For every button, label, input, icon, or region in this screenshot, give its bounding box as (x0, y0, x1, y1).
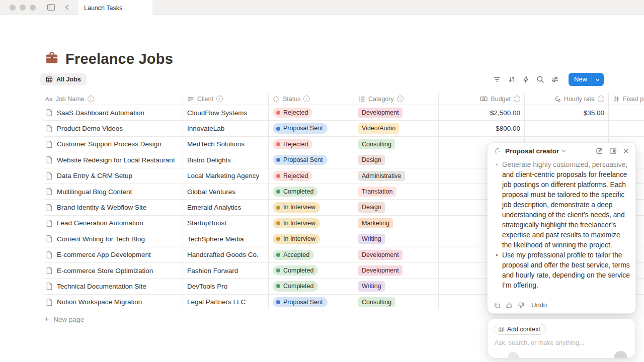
category-cell[interactable]: Consulting (354, 137, 439, 152)
budget-cell[interactable]: $2,500.00 (439, 105, 525, 120)
settings-sliders-icon[interactable] (551, 75, 559, 83)
category-tag[interactable]: Development (358, 250, 403, 260)
column-header-job-name[interactable]: AaJob Namei (44, 93, 183, 105)
new-button-label[interactable]: New (569, 73, 592, 86)
category-cell[interactable]: Design (354, 152, 439, 167)
column-header-hourly-rate[interactable]: Hourly ratei (525, 93, 609, 105)
table-row[interactable]: SaaS Dashboard AutomationCloudFlow Syste… (44, 105, 644, 121)
client-cell[interactable]: Bistro Delights (183, 152, 269, 167)
status-cell[interactable]: Completed (269, 263, 354, 278)
column-header-budget[interactable]: Budgeti (439, 93, 525, 105)
client-cell[interactable]: Legal Partners LLC (183, 295, 269, 310)
job-name-cell[interactable]: Customer Support Process Design (44, 137, 183, 152)
category-tag[interactable]: Development (358, 108, 403, 118)
status-badge[interactable]: Rejected (273, 171, 312, 181)
budget-cell[interactable]: $800.00 (439, 121, 525, 136)
column-header-status[interactable]: Statusi (269, 93, 354, 105)
category-cell[interactable]: Development (354, 247, 439, 262)
undo-button[interactable]: Undo (531, 301, 547, 309)
job-name-cell[interactable]: Data Entry & CRM Setup (44, 168, 183, 184)
status-cell[interactable]: In Interview (269, 200, 354, 215)
fixed-price-cell[interactable] (609, 121, 644, 136)
status-cell[interactable]: Rejected (269, 105, 354, 120)
ai-input-card[interactable]: @ Add context Ask, search, or make anyth… (487, 318, 636, 358)
category-tag[interactable]: Design (358, 202, 385, 212)
status-badge[interactable]: In Interview (273, 218, 320, 228)
thumbs-down-icon[interactable] (518, 302, 525, 309)
status-badge[interactable]: Completed (273, 265, 318, 276)
status-cell[interactable]: Proposal Sent (269, 295, 354, 310)
client-cell[interactable]: Handcrafted Goods Co. (183, 247, 269, 262)
client-cell[interactable]: MedTech Solutions (183, 137, 269, 152)
status-badge[interactable]: In Interview (273, 202, 320, 212)
job-name-cell[interactable]: Website Redesign for Local Restaurant (44, 152, 183, 167)
close-icon[interactable] (623, 148, 629, 154)
status-cell[interactable]: Completed (269, 279, 354, 294)
table-row[interactable]: Product Demo VideosInnovateLabProposal S… (44, 121, 644, 136)
status-badge[interactable]: In Interview (273, 234, 320, 244)
job-name-cell[interactable]: SaaS Dashboard Automation (44, 105, 183, 120)
client-cell[interactable]: StartupBoost (183, 216, 269, 231)
job-name-cell[interactable]: Multilingual Blog Content (44, 184, 183, 199)
status-badge[interactable]: Completed (273, 281, 318, 291)
job-name-cell[interactable]: Content Writing for Tech Blog (44, 231, 183, 246)
status-badge[interactable]: Completed (273, 187, 318, 197)
column-header-fixed-pr[interactable]: Fixed pr (609, 93, 644, 105)
add-context-button[interactable]: @ Add context (494, 324, 546, 335)
client-cell[interactable]: Local Marketing Agency (183, 168, 269, 184)
search-icon[interactable] (536, 75, 544, 83)
client-cell[interactable]: Emerald Analytics (183, 200, 269, 215)
briefcase-icon[interactable] (44, 50, 59, 67)
job-name-cell[interactable]: Notion Workspace Migration (44, 295, 183, 310)
category-cell[interactable]: Marketing (354, 216, 439, 231)
client-cell[interactable]: TechSphere Media (183, 231, 269, 246)
category-cell[interactable]: Writing (354, 231, 439, 246)
zoom-window-icon[interactable] (30, 5, 36, 11)
thumbs-up-icon[interactable] (506, 302, 513, 309)
status-cell[interactable]: In Interview (269, 231, 354, 246)
category-tag[interactable]: Consulting (358, 139, 395, 149)
category-tag[interactable]: Development (358, 265, 403, 276)
status-badge[interactable]: Proposal Sent (273, 155, 328, 165)
job-name-cell[interactable]: E-commerce App Development (44, 247, 183, 262)
category-cell[interactable]: Translation (354, 184, 439, 199)
job-name-cell[interactable]: Brand Identity & Webflow Site (44, 200, 183, 215)
edit-agent-icon[interactable] (596, 147, 603, 155)
job-name-cell[interactable]: Product Demo Videos (44, 121, 183, 136)
category-tag[interactable]: Video/Audio (358, 123, 399, 133)
sidebar-toggle-icon[interactable] (47, 3, 55, 12)
traffic-lights[interactable] (10, 5, 36, 11)
hourly-rate-cell[interactable] (525, 121, 609, 136)
client-cell[interactable]: DevTools Pro (183, 279, 269, 294)
category-cell[interactable]: Writing (354, 279, 439, 294)
open-side-peek-icon[interactable] (609, 147, 617, 155)
status-cell[interactable]: Rejected (269, 137, 354, 152)
status-cell[interactable]: Completed (269, 184, 354, 199)
job-name-cell[interactable]: E-commerce Store Optimization (44, 263, 183, 278)
minimize-window-icon[interactable] (20, 5, 26, 11)
category-tag[interactable]: Marketing (358, 218, 393, 228)
sort-icon[interactable] (508, 75, 516, 83)
status-badge[interactable]: Rejected (273, 108, 312, 118)
category-cell[interactable]: Consulting (354, 295, 439, 310)
category-tag[interactable]: Writing (358, 234, 385, 244)
status-cell[interactable]: Proposal Sent (269, 121, 354, 136)
category-tag[interactable]: Administrative (358, 171, 405, 181)
back-icon[interactable] (63, 4, 71, 11)
column-header-client[interactable]: Clienti (183, 93, 269, 105)
category-cell[interactable]: Administrative (354, 168, 439, 184)
hourly-rate-cell[interactable]: $35.00 (525, 105, 609, 120)
tab-launch-tasks[interactable]: Launch Tasks (78, 0, 152, 16)
status-cell[interactable]: Proposal Sent (269, 152, 354, 167)
status-cell[interactable]: In Interview (269, 216, 354, 231)
category-cell[interactable]: Design (354, 200, 439, 215)
chevron-down-icon[interactable] (561, 148, 567, 154)
input-mode-button[interactable] (508, 352, 519, 358)
category-cell[interactable]: Development (354, 263, 439, 278)
page-title[interactable]: Freelance Jobs (65, 51, 173, 67)
column-header-category[interactable]: Categoryi (354, 93, 439, 105)
status-cell[interactable]: Rejected (269, 168, 354, 184)
category-tag[interactable]: Writing (358, 281, 385, 291)
close-window-icon[interactable] (10, 5, 16, 11)
lightning-icon[interactable] (522, 76, 530, 83)
